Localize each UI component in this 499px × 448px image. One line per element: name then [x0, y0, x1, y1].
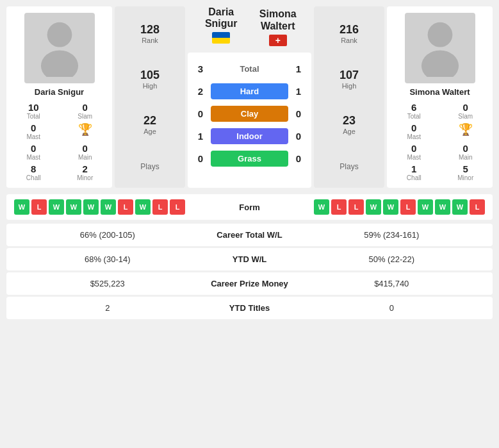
left-minor-label: Minor: [77, 174, 93, 181]
right-mast2-value: 0: [411, 143, 416, 154]
svg-point-2: [427, 22, 452, 47]
left-rank-label: Rank: [140, 37, 160, 44]
clay-score-right: 0: [292, 108, 305, 119]
left-minor-value: 2: [83, 163, 88, 174]
career-stat-label-3: YTD Titles: [199, 303, 301, 313]
left-player-stats: 10 Total 0 Slam 0 Mast 🏆 0 Mast: [10, 102, 108, 181]
total-score-right: 1: [292, 63, 305, 74]
left-mast2-label: Mast: [26, 154, 40, 161]
left-high-value: 105: [140, 69, 160, 82]
right-rank-box: 216 Rank: [339, 23, 359, 44]
right-minor-value: 5: [463, 163, 468, 174]
match-row-total: 3 Total 1: [192, 58, 307, 80]
right-total: 6 Total: [391, 102, 438, 120]
hard-score-left: 2: [194, 86, 207, 97]
left-mast2: 0 Mast: [10, 143, 57, 161]
right-form-badges: WLLWWLWWWL: [275, 199, 486, 215]
form-badge-w: W: [135, 199, 151, 215]
left-mast2-value: 0: [31, 143, 36, 154]
right-high-label: High: [339, 82, 359, 90]
career-stat-row-3: 2 YTD Titles 0: [6, 297, 493, 319]
right-age-label: Age: [343, 128, 356, 135]
indoor-button[interactable]: Indoor: [211, 128, 288, 144]
right-player-card: Simona Waltert 6 Total 0 Slam 0 Mast 🏆: [387, 6, 493, 188]
left-high-label: High: [140, 82, 160, 90]
left-player-name: Daria Snigur: [35, 87, 84, 97]
main-container: Daria Snigur 10 Total 0 Slam 0 Mast 🏆: [0, 0, 499, 326]
right-main: 0 Main: [443, 143, 489, 161]
career-stat-row-1: 68% (30-14) YTD W/L 50% (22-22): [6, 248, 493, 270]
form-badge-w: W: [418, 199, 433, 215]
form-badge-w: W: [435, 199, 450, 215]
form-badge-l: L: [31, 199, 47, 215]
form-section: WLWWWWLWLL Form WLLWWLWWWL: [6, 194, 493, 220]
form-label: Form: [224, 203, 275, 212]
svg-point-3: [421, 50, 458, 77]
form-badge-l: L: [400, 199, 416, 215]
left-mast: 0 Mast: [10, 122, 57, 140]
right-mast2: 0 Mast: [391, 143, 438, 161]
right-stats-card: 216 Rank 107 High 23 Age Plays: [314, 6, 384, 188]
right-chall-value: 1: [411, 163, 416, 174]
grass-button[interactable]: Grass: [211, 151, 288, 167]
left-chall: 8 Chall: [10, 163, 57, 181]
left-age-label: Age: [143, 128, 156, 135]
career-stat-row-0: 66% (200-105) Career Total W/L 59% (234-…: [6, 224, 493, 246]
center-section: Daria Snigur Simona Waltert + 3 To: [188, 6, 311, 188]
career-stat-left-3: 2: [17, 303, 199, 313]
career-stat-label-2: Career Prize Money: [199, 279, 301, 288]
career-stat-right-0: 59% (234-161): [301, 230, 483, 240]
left-mast-value: 0: [31, 122, 36, 133]
players-section: Daria Snigur 10 Total 0 Slam 0 Mast 🏆: [6, 6, 493, 188]
career-stat-label-1: YTD W/L: [199, 254, 301, 264]
total-score-left: 3: [194, 63, 207, 74]
grass-score-left: 0: [194, 153, 207, 164]
left-main-label: Main: [78, 154, 92, 161]
form-badge-w: W: [366, 199, 381, 215]
hard-button[interactable]: Hard: [211, 83, 288, 99]
left-age-box: 22 Age: [143, 114, 156, 135]
career-stat-right-2: $415,740: [301, 279, 483, 288]
right-age-value: 23: [343, 114, 356, 128]
indoor-score-right: 0: [292, 131, 305, 142]
right-player-name-center: Simona Waltert +: [250, 8, 307, 46]
left-player-avatar: [24, 13, 95, 83]
form-badge-w: W: [452, 199, 468, 215]
svg-point-0: [47, 22, 72, 47]
right-minor: 5 Minor: [443, 163, 489, 181]
left-stats-card: 128 Rank 105 High 22 Age Plays: [115, 6, 185, 188]
left-main: 0 Main: [62, 143, 109, 161]
form-badge-l: L: [331, 199, 347, 215]
left-rank-box: 128 Rank: [140, 23, 160, 44]
left-player-name-center: Daria Snigur: [193, 6, 250, 46]
match-row-grass: 0 Grass 0: [192, 147, 307, 170]
left-player-card: Daria Snigur 10 Total 0 Slam 0 Mast 🏆: [6, 6, 112, 188]
form-badge-w: W: [49, 199, 64, 215]
right-player-avatar: [405, 13, 475, 83]
match-row-hard: 2 Hard 1: [192, 80, 307, 103]
career-stat-left-0: 66% (200-105): [17, 230, 199, 240]
svg-point-1: [40, 50, 78, 77]
career-stat-row-2: $525,223 Career Prize Money $415,740: [6, 272, 493, 295]
total-button[interactable]: Total: [211, 61, 288, 77]
right-slam-value: 0: [463, 102, 468, 113]
left-high-box: 105 High: [140, 69, 160, 90]
match-results: 3 Total 1 2 Hard 1 0 Clay 0 1: [188, 53, 311, 188]
form-badge-l: L: [470, 199, 485, 215]
left-minor: 2 Minor: [62, 163, 109, 181]
right-chall: 1 Chall: [391, 163, 438, 181]
right-high-value: 107: [339, 69, 359, 82]
career-stat-left-2: $525,223: [17, 279, 199, 288]
right-main-value: 0: [463, 143, 468, 154]
right-chall-label: Chall: [407, 174, 421, 181]
clay-score-left: 0: [194, 108, 207, 119]
career-stat-left-1: 68% (30-14): [17, 254, 199, 264]
right-player-name: Simona Waltert: [409, 87, 470, 97]
left-total-value: 10: [28, 102, 39, 113]
right-mast2-label: Mast: [407, 154, 421, 161]
form-badge-l: L: [152, 199, 168, 215]
left-chall-value: 8: [31, 163, 36, 174]
clay-button[interactable]: Clay: [211, 106, 288, 122]
match-row-clay: 0 Clay 0: [192, 103, 307, 125]
left-plays-label: Plays: [140, 162, 159, 171]
